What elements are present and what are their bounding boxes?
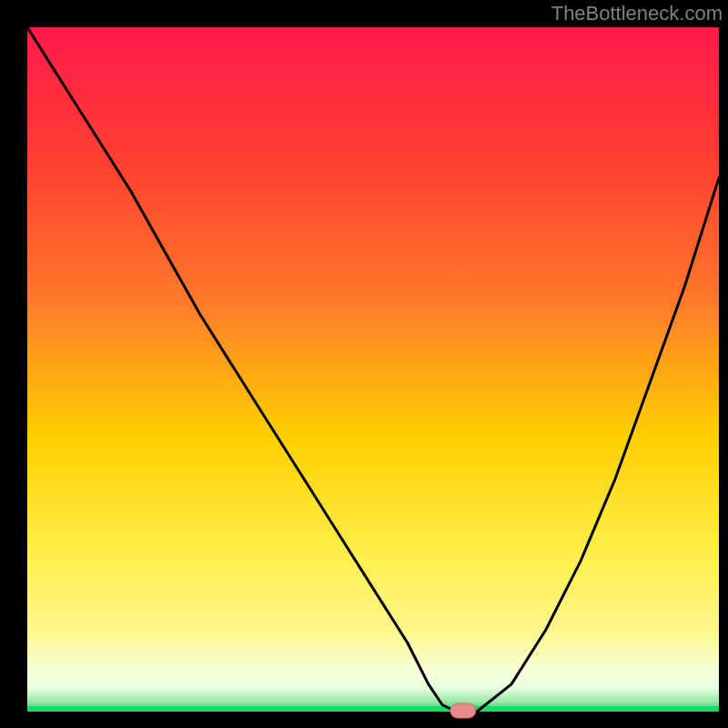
baseline-strip [27, 706, 719, 712]
x-axis-bar [0, 712, 728, 728]
optimum-marker [450, 703, 476, 718]
plot-area [27, 27, 719, 712]
chart-container: TheBottleneck.com [0, 0, 728, 728]
bottleneck-chart [0, 0, 728, 728]
watermark-text: TheBottleneck.com [551, 2, 723, 25]
